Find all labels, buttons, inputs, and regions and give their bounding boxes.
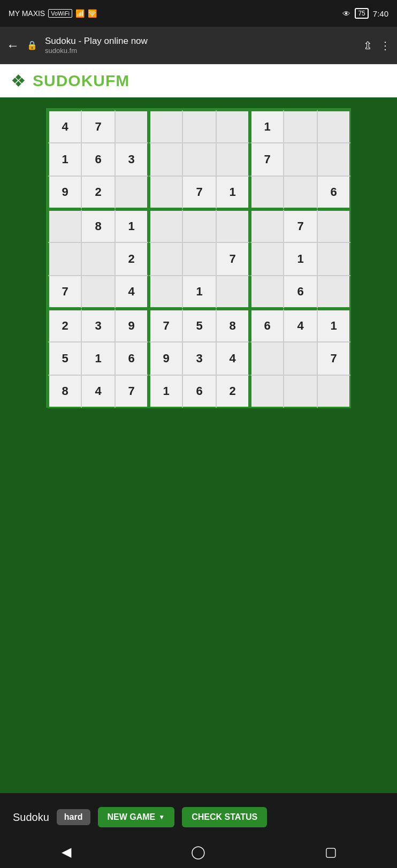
sudoku-cell[interactable]: 2 [216, 375, 250, 408]
sudoku-cell[interactable] [182, 110, 216, 143]
sudoku-cell[interactable]: 6 [284, 276, 317, 309]
sudoku-cell[interactable]: 1 [81, 342, 115, 375]
sudoku-cell[interactable]: 1 [48, 143, 81, 176]
sudoku-cell[interactable]: 1 [284, 242, 317, 276]
sudoku-cell[interactable] [81, 276, 115, 309]
sudoku-cell[interactable] [149, 242, 182, 276]
sudoku-cell[interactable]: 2 [81, 176, 115, 209]
lock-icon: 🔒 [27, 40, 37, 50]
sudoku-cell[interactable]: 7 [250, 143, 284, 176]
sudoku-cell[interactable] [216, 276, 250, 309]
menu-icon[interactable]: ⋮ [380, 39, 391, 52]
sudoku-cell[interactable]: 1 [317, 309, 351, 342]
sudoku-cell[interactable]: 7 [81, 110, 115, 143]
sudoku-cell[interactable] [216, 110, 250, 143]
sudoku-cell[interactable] [216, 143, 250, 176]
sudoku-cell[interactable]: 7 [48, 276, 81, 309]
sudoku-cell[interactable] [182, 242, 216, 276]
back-button[interactable]: ← [6, 38, 19, 53]
nav-bar: ◀ ◯ ▢ [0, 836, 397, 868]
sudoku-cell[interactable] [284, 176, 317, 209]
sudoku-cell[interactable]: 7 [284, 209, 317, 242]
sudoku-cell[interactable] [216, 209, 250, 242]
sudoku-cell[interactable]: 6 [317, 176, 351, 209]
sudoku-cell[interactable] [182, 143, 216, 176]
sudoku-cell[interactable]: 6 [115, 342, 149, 375]
new-game-button[interactable]: NEW GAME ▼ [98, 807, 175, 827]
sudoku-cell[interactable] [149, 143, 182, 176]
sudoku-cell[interactable]: 9 [48, 176, 81, 209]
sudoku-cell[interactable] [81, 242, 115, 276]
sudoku-cell[interactable] [149, 209, 182, 242]
sudoku-cell[interactable] [149, 176, 182, 209]
sudoku-cell[interactable]: 4 [115, 276, 149, 309]
sudoku-row: 471 [48, 110, 351, 143]
sudoku-cell[interactable] [317, 242, 351, 276]
sudoku-cell[interactable] [284, 342, 317, 375]
check-status-button[interactable]: CHECK STATUS [182, 807, 267, 827]
sudoku-cell[interactable]: 5 [182, 309, 216, 342]
sudoku-cell[interactable] [250, 276, 284, 309]
wifi-icon: 🛜 [88, 9, 97, 18]
sudoku-board: 4711637927168172717416239758641516934784… [46, 108, 351, 408]
recents-nav-button[interactable]: ▢ [315, 841, 347, 863]
sudoku-cell[interactable]: 4 [81, 375, 115, 408]
sudoku-cell[interactable]: 8 [48, 375, 81, 408]
sudoku-cell[interactable]: 4 [216, 342, 250, 375]
sudoku-cell[interactable] [48, 209, 81, 242]
sudoku-cell[interactable] [317, 375, 351, 408]
sudoku-cell[interactable]: 7 [182, 176, 216, 209]
sudoku-cell[interactable]: 1 [115, 209, 149, 242]
sudoku-cell[interactable] [149, 110, 182, 143]
sudoku-cell[interactable] [250, 375, 284, 408]
sudoku-cell[interactable]: 9 [115, 309, 149, 342]
sudoku-cell[interactable]: 9 [149, 342, 182, 375]
sudoku-cell[interactable]: 4 [48, 110, 81, 143]
sudoku-row: 271 [48, 242, 351, 276]
sudoku-row: 1637 [48, 143, 351, 176]
sudoku-cell[interactable] [115, 110, 149, 143]
share-icon[interactable]: ⇫ [363, 39, 372, 52]
sudoku-cell[interactable] [182, 209, 216, 242]
sudoku-cell[interactable]: 7 [115, 375, 149, 408]
sudoku-cell[interactable] [284, 110, 317, 143]
sudoku-cell[interactable] [284, 143, 317, 176]
sudoku-cell[interactable] [317, 143, 351, 176]
sudoku-cell[interactable] [317, 209, 351, 242]
home-nav-button[interactable]: ◯ [182, 841, 215, 863]
sudoku-cell[interactable] [317, 276, 351, 309]
sudoku-cell[interactable] [250, 176, 284, 209]
sudoku-cell[interactable]: 3 [115, 143, 149, 176]
sudoku-cell[interactable]: 7 [149, 309, 182, 342]
sudoku-cell[interactable]: 2 [115, 242, 149, 276]
browser-chrome: ← 🔒 Sudoku - Play online now sudoku.fm ⇫… [0, 27, 397, 64]
sudoku-cell[interactable]: 3 [81, 309, 115, 342]
sudoku-cell[interactable]: 2 [48, 309, 81, 342]
sudoku-cell[interactable]: 8 [81, 209, 115, 242]
sudoku-cell[interactable]: 6 [81, 143, 115, 176]
sudoku-cell[interactable] [284, 375, 317, 408]
sudoku-cell[interactable] [317, 110, 351, 143]
signal-icon: 📶 [75, 9, 85, 18]
back-nav-button[interactable]: ◀ [50, 841, 82, 863]
sudoku-row: 92716 [48, 176, 351, 209]
sudoku-cell[interactable]: 7 [216, 242, 250, 276]
sudoku-cell[interactable] [48, 242, 81, 276]
sudoku-cell[interactable] [149, 276, 182, 309]
sudoku-cell[interactable]: 5 [48, 342, 81, 375]
sudoku-cell[interactable] [115, 176, 149, 209]
sudoku-cell[interactable]: 1 [182, 276, 216, 309]
sudoku-cell[interactable]: 8 [216, 309, 250, 342]
sudoku-cell[interactable] [250, 209, 284, 242]
sudoku-cell[interactable]: 1 [250, 110, 284, 143]
sudoku-cell[interactable]: 7 [317, 342, 351, 375]
sudoku-cell[interactable] [250, 342, 284, 375]
sudoku-cell[interactable]: 3 [182, 342, 216, 375]
browser-title: Sudoku - Play online now [45, 36, 356, 47]
sudoku-cell[interactable]: 4 [284, 309, 317, 342]
sudoku-cell[interactable]: 1 [216, 176, 250, 209]
sudoku-cell[interactable]: 6 [250, 309, 284, 342]
sudoku-cell[interactable] [250, 242, 284, 276]
sudoku-cell[interactable]: 1 [149, 375, 182, 408]
sudoku-cell[interactable]: 6 [182, 375, 216, 408]
